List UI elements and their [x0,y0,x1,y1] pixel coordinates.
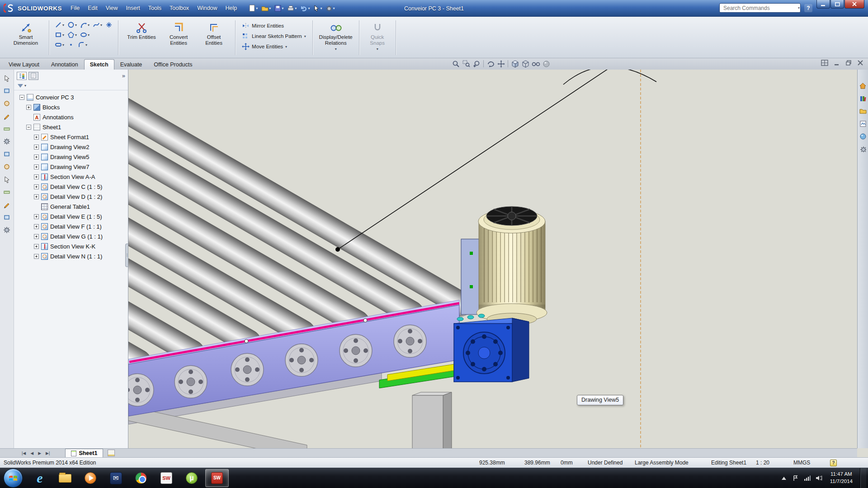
close-document-icon[interactable] [857,60,863,68]
tree-item[interactable]: Detail View C (1 : 5) [14,182,128,192]
taskbar-clock[interactable]: 11:47 AM 11/7/2014 [827,471,855,485]
tree-item[interactable]: Blocks [14,102,128,112]
view-palette-icon[interactable] [859,119,867,128]
tree-root[interactable]: Conveior PC 3 [14,92,128,102]
convert-entities-button[interactable]: Convert Entities [160,19,197,47]
expander-icon[interactable] [19,95,24,100]
mail-icon[interactable]: ✉ [104,469,127,487]
tab-annotation[interactable]: Annotation [45,59,84,70]
panel-expand-chevron[interactable]: » [122,72,125,79]
tree-item[interactable]: Section View A-A [14,172,128,182]
maximize-button[interactable] [830,0,844,9]
side-toolbar-icon[interactable] [2,187,12,197]
feature-manager-tab[interactable] [17,72,27,80]
viewport-layout-icon[interactable] [821,60,828,68]
chevron-down-icon[interactable]: ▾ [75,33,77,37]
chevron-down-icon[interactable]: ▾ [62,43,64,47]
edit-appearance-icon[interactable] [542,59,551,68]
side-toolbar-icon[interactable] [2,99,12,108]
tab-view-layout[interactable]: View Layout [3,59,45,70]
tree-item[interactable]: Drawing View2 [14,142,128,152]
expander-icon[interactable] [34,155,39,160]
tab-sketch[interactable]: Sketch [84,59,114,70]
display-style-icon[interactable] [521,59,530,68]
side-toolbar-icon[interactable] [2,149,12,159]
view-orientation-icon[interactable] [510,59,519,68]
chevron-down-icon[interactable]: ▾ [285,45,287,49]
tab-office-products[interactable]: Office Products [148,59,198,70]
chrome-icon[interactable] [129,469,153,487]
expander-icon[interactable] [34,234,39,239]
restore-document-icon[interactable] [845,60,852,68]
chevron-down-icon[interactable]: ▾ [85,43,87,47]
rectangle-tool-button[interactable]: ▾ [54,30,65,39]
arc-tool-button[interactable]: ▾ [79,20,90,29]
chevron-down-icon[interactable]: ▾ [798,6,800,10]
help-icon[interactable]: ? [804,4,812,12]
chevron-down-icon[interactable]: ▾ [100,23,102,27]
tree-item[interactable]: Detail View N (1 : 1) [14,251,128,261]
status-icon[interactable]: ? [830,460,837,466]
chevron-down-icon[interactable]: ▾ [304,34,306,38]
internet-explorer-icon[interactable]: e [28,469,52,487]
minimize-document-icon[interactable] [834,60,840,68]
undo-button[interactable]: ▾ [299,4,311,13]
first-sheet-button[interactable]: |◀ [20,450,28,456]
menu-file[interactable]: File [66,3,84,13]
media-player-icon[interactable] [79,469,102,487]
solidworks-document-icon[interactable]: SW [205,469,229,487]
side-toolbar-icon[interactable] [2,200,12,209]
expander-icon[interactable] [34,145,39,150]
menu-insert[interactable]: Insert [122,3,144,13]
custom-properties-icon[interactable] [859,145,867,153]
gearbox[interactable] [454,318,529,382]
chevron-down-icon[interactable]: ▾ [24,84,26,88]
print-button[interactable]: ▾ [286,4,298,13]
rotate-view-icon[interactable] [486,59,495,68]
show-hidden-icons-button[interactable] [780,474,788,482]
task-pane-resources-icon[interactable] [859,81,867,90]
tree-item[interactable]: Sheet1 [14,122,128,132]
mirror-entities-button[interactable]: Mirror Entities [240,21,308,30]
expander-icon[interactable] [34,214,39,219]
side-toolbar-icon[interactable] [2,111,12,121]
zoom-fit-icon[interactable] [451,59,460,68]
volume-icon[interactable] [816,474,823,482]
show-desktop-button[interactable] [860,468,866,488]
linear-sketch-pattern-button[interactable]: Linear Sketch Pattern ▾ [240,32,308,41]
next-sheet-button[interactable]: ▶ [36,450,43,456]
chevron-down-icon[interactable]: ▾ [335,47,337,51]
expander-icon[interactable] [26,125,31,130]
network-icon[interactable] [804,474,811,482]
previous-view-icon[interactable] [472,59,481,68]
side-toolbar-icon[interactable] [2,225,12,235]
chevron-down-icon[interactable]: ▾ [88,23,90,27]
options-button[interactable]: ▾ [324,4,336,13]
polygon-tool-button[interactable]: ▾ [66,30,78,39]
menu-toolbox[interactable]: Toolbox [165,3,193,13]
point-tool-button[interactable] [66,40,75,49]
fillet-tool-button[interactable]: ▾ [77,40,88,49]
expander-icon[interactable] [34,174,39,179]
expander-icon[interactable] [34,254,39,259]
graphics-area[interactable]: Drawing View5 [128,70,857,448]
sketch-point[interactable] [363,319,367,322]
line-tool-button[interactable]: ▾ [54,20,65,29]
tree-item[interactable]: Detail View F (1 : 1) [14,221,128,231]
side-toolbar-icon[interactable] [2,162,12,171]
quick-snaps-button[interactable]: Quick Snaps ▾ [364,19,391,53]
previous-sheet-button[interactable]: ◀ [28,450,35,456]
add-sheet-button[interactable] [108,450,115,456]
open-document-button[interactable]: ▾ [260,4,272,13]
sketch-point[interactable] [245,339,248,343]
zoom-area-icon[interactable] [462,59,471,68]
chevron-down-icon[interactable]: ▾ [75,23,77,27]
design-library-icon[interactable] [859,94,867,103]
start-button[interactable] [4,469,23,488]
circle-tool-button[interactable]: ▾ [66,20,78,29]
side-toolbar-icon[interactable] [2,174,12,184]
menu-tools[interactable]: Tools [144,3,165,13]
tree-item[interactable]: Annotations [14,112,128,122]
panel-splitter-handle[interactable]: ⁞ [125,244,128,267]
chevron-down-icon[interactable]: ▾ [62,33,64,37]
